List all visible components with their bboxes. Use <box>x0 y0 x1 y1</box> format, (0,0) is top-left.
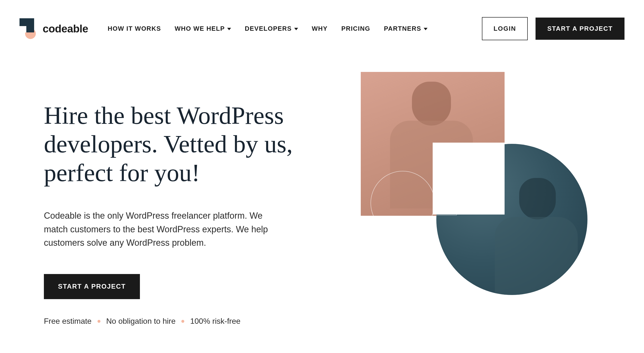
hero-white-square-accent <box>433 142 504 214</box>
chevron-down-icon <box>424 28 428 30</box>
hero-description: Codeable is the only WordPress freelance… <box>44 209 273 250</box>
nav-label: WHY <box>312 25 328 32</box>
site-header: codeable HOW IT WORKS WHO WE HELP DEVELO… <box>20 17 624 40</box>
hero-content: Hire the best WordPress developers. Vett… <box>44 101 317 326</box>
login-button[interactable]: LOGIN <box>482 17 528 40</box>
nav-why[interactable]: WHY <box>312 25 328 32</box>
chevron-down-icon <box>227 28 231 30</box>
benefit-item: Free estimate <box>44 317 92 326</box>
benefit-item: 100% risk-free <box>190 317 240 326</box>
start-project-button[interactable]: START A PROJECT <box>536 18 624 40</box>
nav-label: HOW IT WORKS <box>108 25 161 32</box>
header-actions: LOGIN START A PROJECT <box>482 17 624 40</box>
main-nav: HOW IT WORKS WHO WE HELP DEVELOPERS WHY … <box>108 25 428 32</box>
benefit-item: No obligation to hire <box>106 317 176 326</box>
nav-label: DEVELOPERS <box>245 25 292 32</box>
nav-label: WHO WE HELP <box>175 25 225 32</box>
hero-section: Hire the best WordPress developers. Vett… <box>20 101 624 326</box>
nav-pricing[interactable]: PRICING <box>341 25 370 32</box>
logo-mark-icon <box>20 18 38 39</box>
nav-label: PARTNERS <box>384 25 421 32</box>
logo-text: codeable <box>43 23 88 35</box>
logo[interactable]: codeable <box>20 18 88 39</box>
hero-cta-button[interactable]: START A PROJECT <box>44 274 140 299</box>
hero-title: Hire the best WordPress developers. Vett… <box>44 101 317 187</box>
bullet-icon <box>181 320 184 323</box>
bullet-icon <box>98 320 100 323</box>
person-photo-icon <box>500 178 573 295</box>
hero-benefits: Free estimate No obligation to hire 100%… <box>44 317 317 326</box>
hero-graphic <box>336 101 624 326</box>
chevron-down-icon <box>294 28 298 30</box>
nav-who-we-help[interactable]: WHO WE HELP <box>175 25 231 32</box>
nav-how-it-works[interactable]: HOW IT WORKS <box>108 25 161 32</box>
nav-partners[interactable]: PARTNERS <box>384 25 428 32</box>
nav-label: PRICING <box>341 25 370 32</box>
nav-developers[interactable]: DEVELOPERS <box>245 25 298 32</box>
